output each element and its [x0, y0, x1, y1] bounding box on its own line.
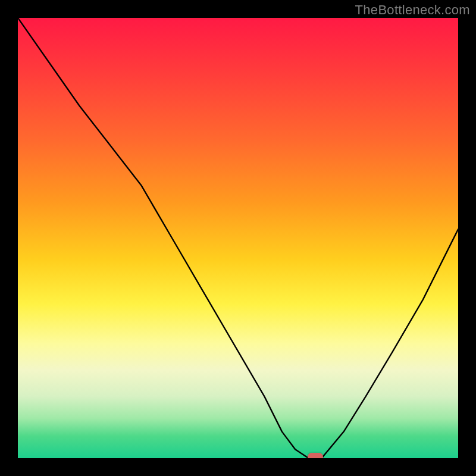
watermark: TheBottleneck.com — [355, 2, 470, 18]
chart-frame: TheBottleneck.com — [0, 0, 476, 476]
plot-area — [18, 18, 458, 458]
bottleneck-curve — [18, 18, 458, 458]
optimal-point-marker — [308, 453, 323, 458]
watermark-text: TheBottleneck.com — [355, 2, 470, 17]
